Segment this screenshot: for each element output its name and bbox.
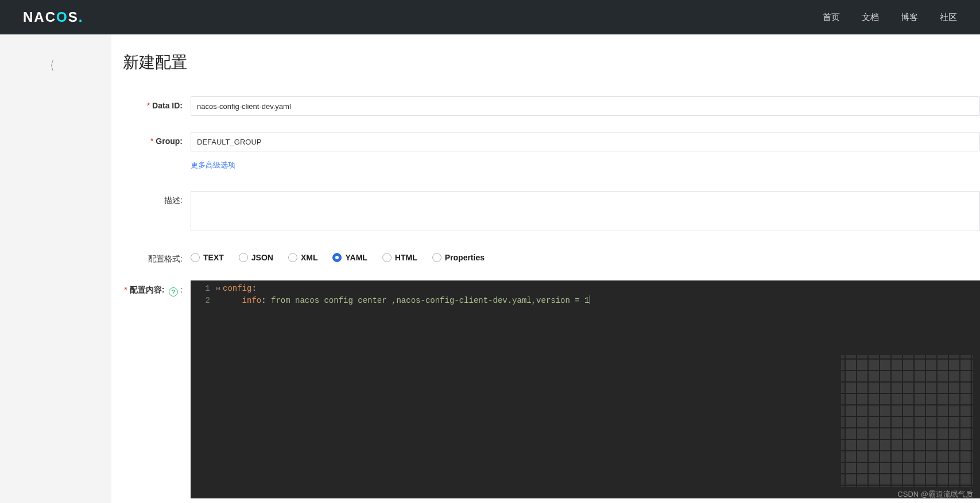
radio-xml[interactable]: XML [288,253,318,262]
radio-circle-icon [239,253,248,262]
logo-text: NACOS. [23,9,83,25]
code-text: config: [223,283,980,295]
radio-label-text: TEXT [203,253,224,262]
radio-yaml[interactable]: YAML [332,253,367,262]
code-line: 1 ⊟ config: [191,283,980,295]
help-icon[interactable]: ? [169,287,178,297]
radio-group-format: TEXT JSON XML YAML HTML [191,249,485,262]
row-content: 配置内容: ? : 1 ⊟ config: 2 info: from nacos… [123,280,980,498]
label-group: Group: [123,132,191,146]
radio-circle-icon [382,253,392,262]
radio-label-json: JSON [251,253,273,262]
code-editor[interactable]: 1 ⊟ config: 2 info: from nacos config ce… [191,280,980,498]
nav-community[interactable]: 社区 [940,12,957,23]
radio-circle-icon [432,253,441,262]
nav-home[interactable]: 首页 [823,12,840,23]
line-number: 2 [191,295,214,307]
radio-properties[interactable]: Properties [432,253,485,262]
textarea-description[interactable] [191,191,980,231]
label-content: 配置内容: ? : [123,280,191,297]
line-number: 1 [191,283,214,295]
label-format: 配置格式: [123,249,191,264]
input-group[interactable] [191,132,980,151]
row-more-options: 更多高级选项 [191,159,980,170]
radio-html[interactable]: HTML [382,253,417,262]
row-data-id: Data ID: [123,96,980,116]
nav-blog[interactable]: 博客 [901,12,918,23]
fold-toggle-icon[interactable]: ⊟ [214,283,223,295]
sidebar-collapse-icon[interactable]: 〈 [47,57,54,75]
radio-circle-icon [191,253,200,262]
radio-circle-icon [288,253,297,262]
link-more-options[interactable]: 更多高级选项 [191,161,235,169]
primary-nav: 首页 文档 博客 社区 [823,12,957,23]
app-header: NACOS. 首页 文档 博客 社区 [0,0,980,34]
content-area: 新建配置 Data ID: Group: 更多高级选项 描述: 配置格式: [111,34,980,503]
radio-circle-checked-icon [332,253,342,262]
radio-label-yaml: YAML [345,253,367,262]
radio-json[interactable]: JSON [239,253,273,262]
label-data-id: Data ID: [123,96,191,110]
row-format: 配置格式: TEXT JSON XML YAML [123,249,980,264]
fold-gutter [214,295,223,307]
code-line: 2 info: from nacos config center ,nacos-… [191,295,980,307]
main-layout: 〈 新建配置 Data ID: Group: 更多高级选项 描述: 配置格式: [0,34,980,503]
logo[interactable]: NACOS. [23,9,83,25]
page-title: 新建配置 [123,52,980,73]
radio-text[interactable]: TEXT [191,253,224,262]
row-description: 描述: [123,191,980,233]
label-description: 描述: [123,191,191,206]
radio-label-xml: XML [301,253,318,262]
nav-docs[interactable]: 文档 [862,12,879,23]
row-group: Group: [123,132,980,151]
radio-label-properties: Properties [445,253,485,262]
code-text: info: from nacos config center ,nacos-co… [223,295,980,307]
input-data-id[interactable] [191,96,980,116]
radio-label-html: HTML [395,253,417,262]
sidebar: 〈 [0,34,111,503]
text-cursor-icon [590,295,590,304]
